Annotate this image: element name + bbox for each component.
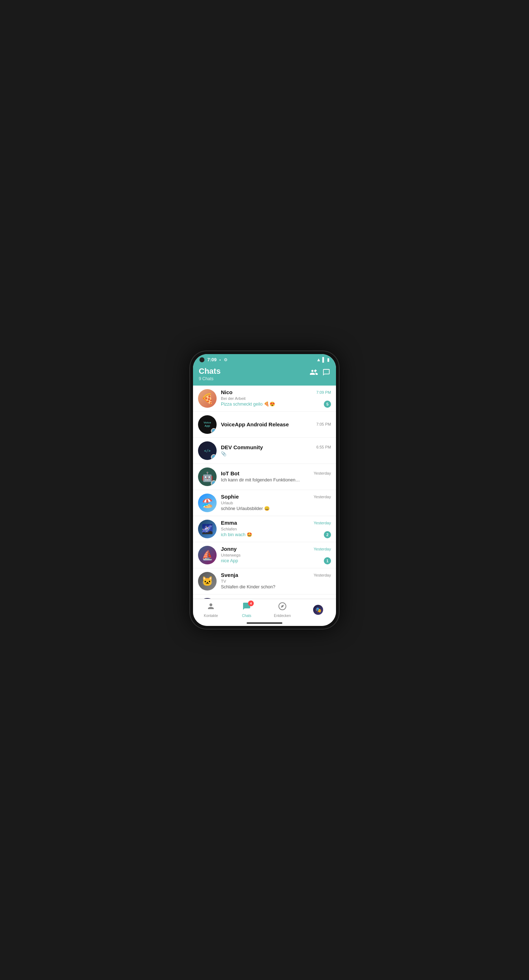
phone-screen: 7:09 ▪ ⚙ ▲ ▌ ▮ Chats 9 Chats: [193, 354, 336, 626]
chat-top-jonny: Jonny Yesterday: [221, 546, 331, 552]
chat-name-jonny: Jonny: [221, 546, 237, 552]
status-icons: ▲ ▌ ▮: [316, 357, 330, 362]
last-msg-dev: 📎: [221, 451, 331, 457]
chat-name-emma: Emma: [221, 520, 237, 526]
chat-bottom-svenja: TV Schlafen die Kinder schon?: [221, 579, 331, 590]
unread-badge-jonny: 1: [324, 557, 331, 565]
chat-content-voiceapp: VoiceApp Android Release 7:05 PM: [221, 421, 331, 428]
chat-name-sophie: Sophie: [221, 493, 239, 500]
new-chat-button[interactable]: [322, 368, 330, 378]
chat-content-iot: IoT Bot Yesterday Ich kann dir mit folge…: [221, 470, 331, 484]
chat-item-emma[interactable]: 🌌 Emma Yesterday Schlafen ich bin wach 🤩…: [193, 516, 336, 542]
home-indicator: [193, 620, 336, 626]
preview-dev: 📎: [221, 451, 331, 457]
preview-iot: Ich kann dir mit folgenden Funktionen…: [221, 477, 331, 484]
kontakte-icon: [207, 602, 215, 612]
chat-bottom-iot: Ich kann dir mit folgenden Funktionen…: [221, 477, 331, 484]
header-actions: [310, 368, 330, 379]
chat-time-svenja: Yesterday: [313, 573, 331, 577]
phone-frame: 7:09 ▪ ⚙ ▲ ▌ ▮ Chats 9 Chats: [189, 350, 340, 630]
last-msg-emma: ich bin wach 🤩: [221, 532, 322, 538]
settings-icon: ⚙: [224, 357, 228, 362]
nav-label-kontakte: Kontakte: [204, 614, 218, 618]
nav-label-entdecken: Entdecken: [274, 614, 291, 618]
nav-item-entdecken[interactable]: Entdecken: [265, 600, 300, 620]
preview-svenja: TV Schlafen die Kinder schon?: [221, 579, 331, 590]
chat-name-voiceapp: VoiceApp Android Release: [221, 421, 289, 427]
chat-content-svenja: Svenja Yesterday TV Schlafen die Kinder …: [221, 572, 331, 590]
add-group-button[interactable]: [310, 368, 318, 379]
avatar-iot: 🤖 🌐: [198, 468, 217, 486]
chat-bottom-sophie: Urlaub schöne Urlaubsbilder 😄: [221, 500, 331, 512]
chat-bottom-emma: Schlafen ich bin wach 🤩 2: [221, 527, 331, 538]
chat-top-iot: IoT Bot Yesterday: [221, 470, 331, 476]
header-title: Chats: [199, 367, 221, 376]
chat-item-sophie[interactable]: 🏖️ Sophie Yesterday Urlaub schöne Urlaub…: [193, 490, 336, 516]
preview-nico: Bei der Arbeit Pizza schmeckt geilo 🍕😍: [221, 396, 322, 407]
chat-time-nico: 7:09 PM: [316, 390, 331, 395]
chat-content-jonny: Jonny Yesterday Unterwegs nice App 1: [221, 546, 331, 564]
chats-badge: 4: [248, 601, 254, 606]
status-time: 7:09: [207, 357, 217, 362]
signal-icon: ▌: [322, 357, 326, 362]
group-label-svenja: TV: [221, 579, 331, 584]
status-bar: 7:09 ▪ ⚙ ▲ ▌ ▮: [193, 354, 336, 364]
chat-item-voiceapp[interactable]: Voice App 🌐 VoiceApp Android Release 7:0…: [193, 412, 336, 438]
avatar-emma: 🌌: [198, 520, 217, 538]
nav-item-chats[interactable]: 4 Chats: [229, 600, 265, 620]
avatar-sophie: 🏖️: [198, 493, 217, 512]
globe-badge-dev: 🌐: [211, 454, 217, 460]
chat-item-vanny[interactable]: 🎭 Vanny Yesterday: [193, 595, 336, 599]
chats-icon: 4: [242, 602, 251, 612]
chat-item-svenja[interactable]: 🐱 Svenja Yesterday TV Schlafen die Kinde…: [193, 568, 336, 595]
chat-top-svenja: Svenja Yesterday: [221, 572, 331, 578]
preview-sophie: Urlaub schöne Urlaubsbilder 😄: [221, 500, 331, 512]
chat-bottom-jonny: Unterwegs nice App 1: [221, 553, 331, 564]
last-msg-jonny: nice App: [221, 558, 322, 565]
group-label-sophie: Urlaub: [221, 500, 331, 506]
chat-time-voiceapp: 7:05 PM: [316, 422, 331, 426]
chat-time-jonny: Yesterday: [313, 547, 331, 551]
nav-label-chats: Chats: [242, 614, 251, 618]
camera-dot: [199, 357, 205, 362]
chat-name-nico: Nico: [221, 389, 233, 395]
chat-time-iot: Yesterday: [313, 471, 331, 475]
chat-item-dev[interactable]: </> 🌐 DEV Community 6:55 PM 📎: [193, 438, 336, 464]
group-label-nico: Bei der Arbeit: [221, 396, 322, 401]
chat-content-emma: Emma Yesterday Schlafen ich bin wach 🤩 2: [221, 520, 331, 538]
last-msg-sophie: schöne Urlaubsbilder 😄: [221, 506, 331, 512]
globe-badge-voiceapp: 🌐: [211, 428, 217, 434]
chat-name-iot: IoT Bot: [221, 470, 240, 476]
chat-bottom-dev: 📎: [221, 451, 331, 457]
avatar-jonny: ⛵: [198, 546, 217, 565]
chat-time-sophie: Yesterday: [313, 495, 331, 499]
app-header: Chats 9 Chats: [193, 364, 336, 385]
chat-top-nico: Nico 7:09 PM: [221, 389, 331, 395]
nav-item-kontakte[interactable]: Kontakte: [193, 600, 229, 620]
voiceapp-avatar-text: Voice App: [204, 421, 211, 428]
chat-time-dev: 6:55 PM: [316, 445, 331, 449]
chat-time-emma: Yesterday: [313, 521, 331, 525]
battery-icon: ▮: [327, 357, 330, 362]
avatar-svenja: 🐱: [198, 572, 217, 590]
chat-item-iot[interactable]: 🤖 🌐 IoT Bot Yesterday Ich kann dir mit f…: [193, 464, 336, 490]
home-bar: [247, 622, 282, 624]
chat-name-dev: DEV Community: [221, 444, 263, 450]
avatar-dev: </> 🌐: [198, 441, 217, 460]
entdecken-icon: [278, 602, 287, 612]
avatar-voiceapp: Voice App 🌐: [198, 415, 217, 434]
chat-item-jonny[interactable]: ⛵ Jonny Yesterday Unterwegs nice App 1: [193, 542, 336, 568]
chat-item-nico[interactable]: 🍕 Nico 7:09 PM Bei der Arbeit Pizza schm…: [193, 385, 336, 412]
chat-top-emma: Emma Yesterday: [221, 520, 331, 526]
last-msg-iot: Ich kann dir mit folgenden Funktionen…: [221, 477, 331, 484]
chat-top-voiceapp: VoiceApp Android Release 7:05 PM: [221, 421, 331, 427]
group-label-emma: Schlafen: [221, 527, 322, 532]
unread-badge-emma: 2: [324, 531, 331, 538]
chat-content-dev: DEV Community 6:55 PM 📎: [221, 444, 331, 457]
nav-item-profile[interactable]: 🎭: [300, 603, 336, 617]
last-msg-nico: Pizza schmeckt geilo 🍕😍: [221, 401, 322, 408]
wifi-icon: ▲: [316, 357, 321, 362]
chat-content-nico: Nico 7:09 PM Bei der Arbeit Pizza schmec…: [221, 389, 331, 407]
status-left: 7:09 ▪ ⚙: [199, 357, 228, 362]
group-label-jonny: Unterwegs: [221, 553, 322, 558]
